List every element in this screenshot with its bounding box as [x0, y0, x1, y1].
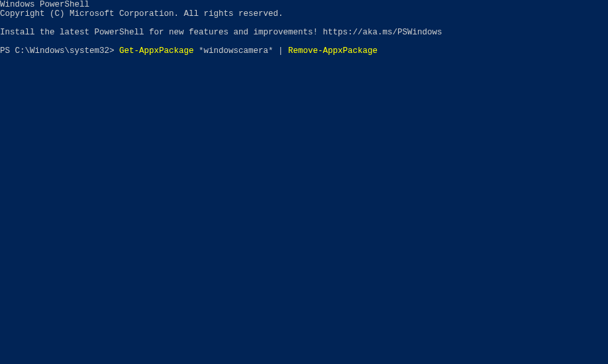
command-line[interactable]: PS C:\Windows\system32> Get-AppxPackage …: [0, 46, 608, 56]
command-arg-pipe: *windowscamera* |: [194, 46, 289, 56]
blank-line: [0, 37, 608, 46]
cmdlet-remove-appxpackage: Remove-AppxPackage: [288, 46, 378, 56]
powershell-terminal[interactable]: Windows PowerShell Copyright (C) Microso…: [0, 0, 608, 364]
prompt-path: PS C:\Windows\system32>: [0, 46, 119, 56]
header-line-1: Windows PowerShell: [0, 0, 608, 9]
install-message: Install the latest PowerShell for new fe…: [0, 28, 608, 37]
header-line-2: Copyright (C) Microsoft Corporation. All…: [0, 9, 608, 19]
cmdlet-get-appxpackage: Get-AppxPackage: [119, 46, 194, 56]
blank-line: [0, 19, 608, 28]
